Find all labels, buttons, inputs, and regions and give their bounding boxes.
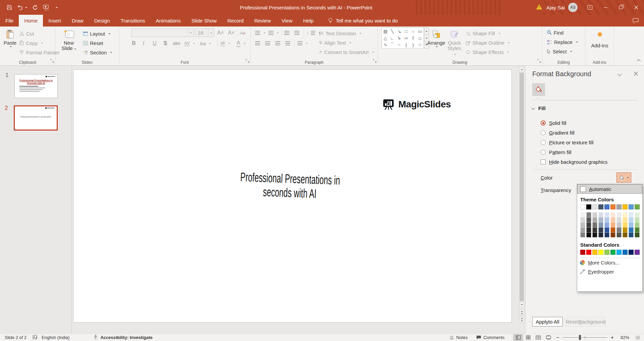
tab-file[interactable]: File [0, 15, 19, 27]
slide-sorter-view-button[interactable] [523, 334, 533, 341]
slide-title-text[interactable]: Professional Presentations in seconds wi… [227, 170, 353, 202]
color-swatch[interactable] [616, 212, 622, 217]
color-swatch[interactable] [580, 217, 585, 222]
shape-tool[interactable]: ↳ [396, 35, 403, 41]
color-swatch[interactable] [629, 222, 634, 227]
color-swatch[interactable] [598, 222, 603, 227]
color-swatch[interactable] [635, 204, 640, 209]
magicslides-logo[interactable]: MagicSlides [382, 99, 451, 110]
tab-animations[interactable]: Animations [150, 15, 186, 27]
align-center-button[interactable] [265, 39, 270, 47]
radio[interactable] [541, 130, 546, 135]
color-swatch[interactable] [598, 227, 603, 232]
solid-fill-option[interactable]: Solid fill [541, 120, 566, 126]
ribbon-display-options-icon[interactable] [582, 0, 598, 15]
radio-selected[interactable] [541, 120, 546, 126]
scrollbar-thumb[interactable] [519, 73, 524, 301]
find-button[interactable]: Find [547, 29, 563, 37]
color-swatch[interactable] [604, 250, 609, 255]
color-swatch[interactable] [623, 227, 628, 232]
gradient-fill-option[interactable]: Gradient fill [541, 130, 575, 136]
eyedropper-item[interactable]: Eyedropper [577, 267, 642, 276]
customize-qat-icon[interactable] [54, 6, 58, 8]
color-swatch[interactable] [598, 204, 603, 209]
increase-indent-button[interactable] [294, 29, 299, 37]
color-swatch[interactable] [598, 217, 603, 222]
comments-button[interactable]: Comments [476, 335, 504, 340]
user-name[interactable]: Ajay Sai [546, 5, 565, 10]
font-name-combo[interactable] [131, 29, 194, 37]
slide-editing-surface[interactable]: MagicSlides Professional Presentations i… [73, 69, 512, 323]
color-swatch[interactable] [610, 212, 615, 217]
shape-tool[interactable]: ⇩ [410, 35, 417, 41]
zoom-out-button[interactable]: − [556, 335, 559, 341]
grow-font-button[interactable]: A˄ [217, 29, 224, 37]
paragraph-dialog-launcher[interactable] [373, 58, 377, 64]
color-swatch[interactable] [586, 250, 591, 255]
tab-record[interactable]: Record [222, 15, 249, 27]
more-colors-item[interactable]: More Colors... [577, 258, 642, 267]
drawing-dialog-launcher[interactable] [537, 58, 541, 64]
spellcheck-icon[interactable] [33, 335, 38, 341]
slideshow-view-button[interactable] [543, 334, 553, 341]
color-swatch[interactable] [635, 250, 640, 255]
color-swatch[interactable] [629, 227, 634, 232]
shapes-gallery[interactable]: ▤╲↘□○▭△∟↳⇨⇩◇∿⌒~{}☆ [382, 28, 424, 49]
language-label[interactable]: English (India) [42, 335, 69, 340]
color-swatch[interactable] [580, 212, 585, 217]
shape-tool[interactable]: ∟ [389, 35, 396, 41]
font-color-button[interactable]: A [237, 39, 246, 47]
color-swatch[interactable] [616, 222, 622, 227]
shape-tool[interactable]: ▤ [382, 28, 389, 35]
color-swatch[interactable] [598, 212, 603, 217]
numbering-button[interactable] [268, 29, 279, 37]
color-swatch[interactable] [635, 232, 640, 237]
select-button[interactable]: Select [547, 47, 572, 55]
zoom-slider-thumb[interactable] [579, 335, 581, 340]
tab-design[interactable]: Design [89, 15, 115, 27]
shape-tool[interactable]: ↘ [396, 28, 403, 35]
align-left-button[interactable] [255, 39, 260, 47]
shape-tool[interactable]: ╲ [389, 28, 396, 35]
shape-tool[interactable]: ~ [396, 42, 403, 48]
color-swatch[interactable] [604, 232, 609, 237]
shape-effects-button[interactable]: Shape Effects [466, 48, 509, 56]
underline-button[interactable]: U [153, 39, 157, 47]
align-right-button[interactable] [275, 39, 280, 47]
zoom-slider[interactable] [563, 337, 607, 338]
quick-styles-button[interactable]: Quick Styles [446, 28, 463, 56]
undo-button[interactable] [17, 5, 27, 10]
tab-view[interactable]: View [276, 15, 298, 27]
italic-button[interactable]: I [143, 39, 144, 47]
paste-button[interactable]: Paste [3, 28, 17, 48]
color-swatch[interactable] [616, 227, 622, 232]
scroll-up-icon[interactable] [519, 66, 524, 72]
color-swatch[interactable] [592, 232, 597, 237]
color-swatch[interactable] [604, 227, 609, 232]
color-swatch[interactable] [586, 227, 591, 232]
arrange-button[interactable]: Arrange [427, 28, 446, 48]
picture-fill-option[interactable]: Picture or texture fill [541, 140, 594, 145]
color-swatch[interactable] [586, 222, 591, 227]
color-swatch[interactable] [586, 217, 591, 222]
layout-button[interactable]: Layout [83, 30, 110, 38]
color-swatch[interactable] [635, 212, 640, 217]
color-swatch[interactable] [623, 232, 628, 237]
save-icon[interactable] [7, 5, 12, 10]
shape-tool[interactable]: △ [382, 35, 389, 41]
highlight-color-button[interactable]: ab [220, 39, 230, 47]
collapse-ribbon-icon[interactable] [637, 58, 640, 63]
font-size-combo[interactable]: 18 [195, 29, 214, 37]
color-swatch[interactable] [592, 212, 597, 217]
columns-button[interactable] [297, 39, 308, 47]
next-slide-icon[interactable] [519, 317, 524, 323]
tab-home[interactable]: Home [19, 15, 43, 27]
slide-count-label[interactable]: Slide 2 of 2 [5, 335, 27, 340]
redo-icon[interactable] [32, 5, 38, 10]
color-swatch[interactable] [610, 250, 615, 255]
shape-tool[interactable]: ⌒ [389, 42, 396, 48]
shape-tool[interactable]: □ [403, 28, 410, 35]
shape-tool[interactable]: { [403, 42, 410, 48]
shape-tool[interactable]: ▭ [416, 28, 424, 35]
tab-transitions[interactable]: Transitions [115, 15, 150, 27]
